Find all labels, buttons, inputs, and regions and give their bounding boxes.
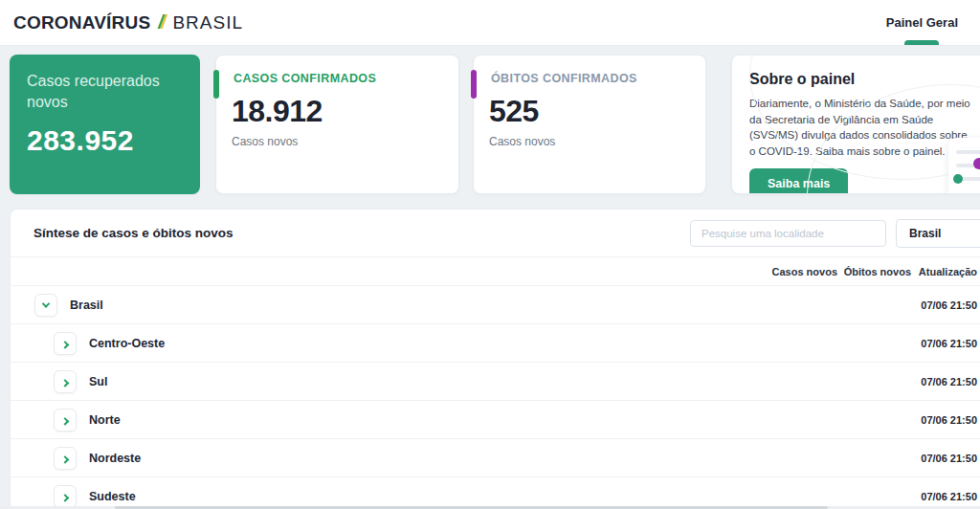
synthesis-table-card: Síntese de casos e óbitos novos Brasil C… (10, 209, 980, 509)
row-label: Centro-Oeste (89, 337, 165, 350)
chevron-right-icon (61, 379, 69, 387)
confirmed-card-subtitle: Casos novos (232, 135, 443, 148)
recovered-cases-card: Casos recuperados novos 283.952 (10, 55, 200, 194)
region-select-value: Brasil (909, 227, 941, 240)
confirmed-card-value: 18.912 (232, 94, 443, 129)
expand-row-button[interactable] (54, 409, 77, 432)
table-row-sudeste[interactable]: Sudeste 07/06 21:50 (11, 477, 980, 509)
recovered-card-title: Casos recuperados novos (27, 71, 175, 112)
logo-text-primary: CORONAVÍRUS (13, 12, 150, 33)
chevron-down-icon (42, 299, 50, 307)
nav-tab-label: Painel Geral (886, 15, 958, 30)
nav-tab-painel-geral[interactable]: Painel Geral (886, 0, 958, 45)
row-label: Norte (89, 413, 121, 427)
app-logo: CORONAVÍRUS // BRASIL (13, 11, 243, 33)
purple-accent-bar (471, 70, 477, 99)
table-row-norte[interactable]: Norte 07/06 21:50 (11, 401, 980, 439)
table-row-nordeste[interactable]: Nordeste 07/06 21:50 (11, 439, 980, 477)
logo-text-secondary: BRASIL (172, 12, 243, 33)
row-label-area: Sul (11, 370, 761, 393)
deaths-card: ÓBITOS CONFIRMADOS 525 Casos novos (473, 55, 706, 194)
table-row-sul[interactable]: Sul 07/06 21:50 (11, 363, 980, 401)
row-label-area: Sudeste (11, 485, 761, 508)
cell-atualizacao: 07/06 21:50 (911, 414, 977, 426)
row-label-area: Nordeste (11, 447, 761, 470)
table-column-headers: Casos novos Óbitos novos Atualização (11, 257, 980, 286)
collapse-row-button[interactable] (34, 294, 57, 317)
column-header-obitos-novos: Óbitos novos (837, 266, 911, 277)
cell-atualizacao: 07/06 21:50 (911, 338, 977, 349)
expand-row-button[interactable] (54, 370, 77, 393)
deaths-card-title: ÓBITOS CONFIRMADOS (491, 72, 690, 85)
confirmed-cases-card: CASOS CONFIRMADOS 18.912 Casos novos (215, 55, 459, 194)
green-accent-bar (213, 70, 219, 99)
confirmed-card-title: CASOS CONFIRMADOS (234, 72, 443, 85)
chevron-right-icon (61, 455, 69, 463)
locality-search-input[interactable] (690, 220, 886, 247)
row-label-area: Brasil (11, 294, 761, 317)
row-label-area: Norte (11, 409, 761, 432)
row-label: Sul (89, 375, 107, 388)
deaths-card-subtitle: Casos novos (489, 135, 690, 148)
chevron-right-icon (61, 341, 69, 348)
expand-row-button[interactable] (54, 485, 77, 508)
row-label: Nordeste (89, 452, 141, 465)
cell-atualizacao: 07/06 21:50 (911, 453, 977, 464)
table-header-bar: Síntese de casos e óbitos novos Brasil (11, 210, 980, 257)
main-content: Casos recuperados novos 283.952 CASOS CO… (0, 46, 980, 509)
illustration-dot (973, 158, 980, 169)
table-row-centro-oeste[interactable]: Centro-Oeste 07/06 21:50 (11, 324, 980, 363)
deaths-card-value: 525 (489, 94, 690, 129)
row-label-area: Centro-Oeste (11, 332, 761, 355)
illustration-dot (953, 174, 963, 184)
expand-row-button[interactable] (54, 332, 77, 355)
app-header: CORONAVÍRUS // BRASIL Painel Geral (0, 0, 980, 46)
summary-cards-row: Casos recuperados novos 283.952 CASOS CO… (10, 55, 980, 194)
column-header-atualizacao: Atualização (911, 266, 977, 277)
region-select[interactable]: Brasil (896, 219, 980, 248)
cell-atualizacao: 07/06 21:50 (911, 491, 977, 502)
nav-active-indicator (904, 40, 939, 45)
chevron-right-icon (61, 417, 69, 425)
about-panel-card: Sobre o painel Diariamente, o Ministério… (731, 55, 980, 194)
table-row-brasil[interactable]: Brasil 07/06 21:50 (11, 286, 980, 324)
row-label: Sudeste (89, 490, 136, 503)
row-label: Brasil (70, 299, 103, 312)
chevron-right-icon (61, 494, 69, 501)
cell-atualizacao: 07/06 21:50 (911, 299, 977, 311)
column-header-casos-novos: Casos novos (761, 266, 837, 277)
chart-illustration-icon (948, 138, 980, 194)
table-title: Síntese de casos e óbitos novos (33, 226, 690, 240)
illustration-bar (956, 150, 980, 154)
recovered-card-value: 283.952 (27, 124, 183, 157)
cell-atualizacao: 07/06 21:50 (911, 376, 977, 387)
expand-row-button[interactable] (54, 447, 77, 470)
logo-slashes-icon: // (158, 11, 166, 33)
